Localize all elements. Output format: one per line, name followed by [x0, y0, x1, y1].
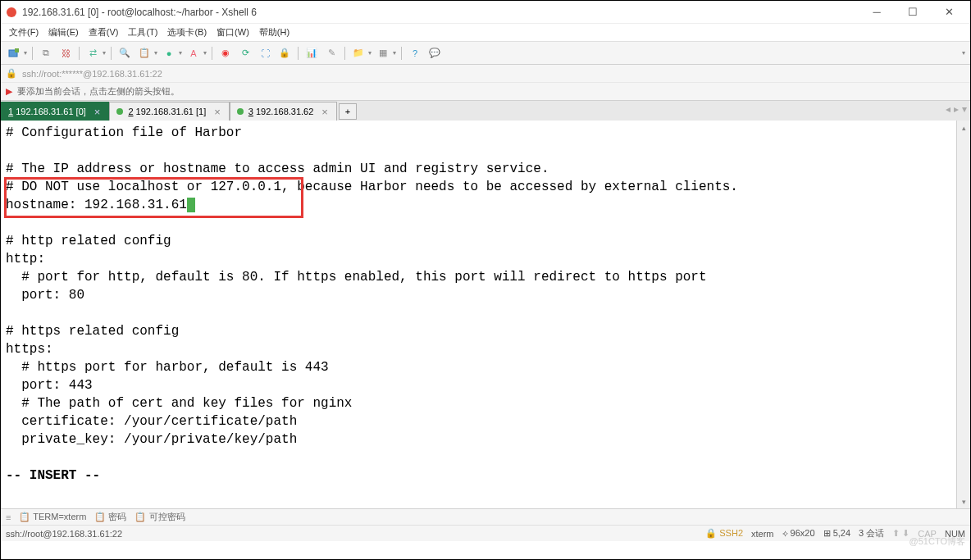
- tab-label: 3 192.168.31.62: [248, 107, 314, 116]
- address-text: ssh://root:******@192.168.31.61:22: [22, 69, 162, 79]
- svg-point-0: [7, 7, 16, 17]
- menu-edit[interactable]: 编辑(E): [45, 25, 82, 40]
- info-bar: ≡ 📋 TERM=xterm 📋 密码 📋 可控密码: [1, 509, 970, 526]
- session-tab-2[interactable]: 2 192.168.31.61 [1] ×: [109, 102, 229, 121]
- hint-text: 要添加当前会话，点击左侧的箭头按钮。: [17, 85, 180, 98]
- folder-icon[interactable]: 📁: [350, 45, 367, 61]
- search-icon[interactable]: 🔍: [116, 45, 133, 61]
- session-count: 3 会话: [859, 527, 884, 540]
- scroll-up-icon[interactable]: ▴: [957, 121, 970, 134]
- dropdown-icon[interactable]: ▾: [203, 49, 207, 57]
- font-icon[interactable]: A: [185, 45, 202, 61]
- terminal-content[interactable]: # Configuration file of Harbor # The IP …: [1, 121, 970, 488]
- line: https:: [6, 342, 53, 357]
- info-pw: 📋 密码: [94, 511, 126, 523]
- minimize-button[interactable]: ─: [860, 3, 893, 21]
- status-left: ssh://root@192.168.31.61:22: [6, 529, 122, 539]
- titlebar: 192.168.31.61 [0] - root@localhost:~/har…: [1, 1, 970, 24]
- lock-icon: 🔒: [6, 68, 17, 79]
- circle-icon[interactable]: ●: [161, 45, 177, 61]
- close-tab-icon[interactable]: ×: [94, 106, 101, 118]
- dropdown-icon[interactable]: ▾: [368, 49, 372, 57]
- menu-help[interactable]: 帮助(H): [256, 25, 293, 40]
- ssh-status: 🔒 SSH2: [705, 528, 743, 539]
- separator: [212, 47, 212, 60]
- scrollbar[interactable]: ▴ ▾: [956, 121, 970, 508]
- nav-icons[interactable]: ⬆ ⬇: [892, 528, 909, 539]
- lock-icon[interactable]: 🔒: [276, 45, 293, 61]
- close-tab-icon[interactable]: ×: [214, 106, 221, 118]
- edit-icon[interactable]: ✎: [323, 45, 340, 61]
- status-dot-icon: [116, 108, 123, 115]
- highlight-box: [4, 177, 303, 218]
- dropdown-icon[interactable]: ▾: [393, 49, 396, 57]
- line: # The IP address or hostname to access a…: [6, 162, 549, 176]
- status-bar: ssh://root@192.168.31.61:22 🔒 SSH2 xterm…: [1, 526, 970, 541]
- line: # http related config: [6, 234, 171, 248]
- separator: [401, 47, 402, 60]
- line: http:: [6, 252, 45, 266]
- menu-file[interactable]: 文件(F): [6, 25, 42, 40]
- toolbar-overflow-icon[interactable]: ▾: [962, 49, 965, 57]
- session-tab-3[interactable]: 3 192.168.31.62 ×: [230, 102, 337, 121]
- separator: [298, 47, 299, 60]
- separator: [111, 47, 112, 60]
- tabbar: 1 192.168.31.61 [0] × 2 192.168.31.61 [1…: [1, 101, 970, 121]
- line: # The path of cert and key files for ngi…: [6, 396, 352, 411]
- info-term: 📋 TERM=xterm: [19, 512, 86, 522]
- menu-tools[interactable]: 工具(T): [125, 25, 161, 40]
- new-session-icon[interactable]: [6, 45, 22, 61]
- menu-options[interactable]: 选项卡(B): [164, 25, 210, 40]
- copy-icon[interactable]: 📋: [136, 45, 153, 61]
- grid-icon[interactable]: ▦: [375, 45, 391, 61]
- transfer-icon[interactable]: ⇄: [84, 45, 101, 61]
- tab-prev-icon[interactable]: ◂: [946, 103, 950, 115]
- tab-next-icon[interactable]: ▸: [954, 103, 959, 115]
- close-button[interactable]: ✕: [932, 3, 965, 21]
- refresh-icon[interactable]: ⟳: [237, 45, 253, 61]
- close-tab-icon[interactable]: ×: [321, 106, 328, 118]
- svg-rect-2: [15, 48, 19, 52]
- terminal[interactable]: # Configuration file of Harbor # The IP …: [1, 121, 970, 509]
- hint-bar: ▶ 要添加当前会话，点击左侧的箭头按钮。: [1, 83, 970, 101]
- app-icon: [6, 7, 17, 18]
- address-bar: 🔒 ssh://root:******@192.168.31.61:22: [1, 65, 970, 83]
- window-title: 192.168.31.61 [0] - root@localhost:~/har…: [22, 7, 860, 18]
- chat-icon[interactable]: 💬: [426, 45, 443, 61]
- tab-list-icon[interactable]: ▾: [962, 103, 967, 115]
- help-icon[interactable]: ?: [407, 45, 423, 61]
- add-tab-button[interactable]: +: [339, 103, 357, 120]
- chart-icon[interactable]: 📊: [303, 45, 320, 61]
- dropdown-icon[interactable]: ▾: [24, 49, 27, 57]
- dropdown-icon[interactable]: ▾: [154, 49, 157, 57]
- link-icon[interactable]: ⛓: [57, 45, 74, 61]
- info-cpw: 📋 可控密码: [134, 511, 185, 523]
- tab-label: 1 192.168.31.61 [0]: [8, 107, 86, 116]
- status-dot-icon: [237, 108, 244, 115]
- line: # port for http, default is 80. If https…: [6, 270, 707, 285]
- session-tab-1[interactable]: 1 192.168.31.61 [0] ×: [1, 102, 109, 121]
- scroll-track[interactable]: [957, 134, 970, 494]
- line: port: 80: [6, 288, 84, 303]
- separator: [79, 47, 80, 60]
- line: certificate: /your/certificate/path: [6, 414, 297, 429]
- sessions-icon[interactable]: ⧉: [38, 45, 54, 61]
- menubar: 文件(F) 编辑(E) 查看(V) 工具(T) 选项卡(B) 窗口(W) 帮助(…: [1, 24, 970, 42]
- swirl-icon[interactable]: ◉: [217, 45, 234, 61]
- maximize-button[interactable]: ☐: [896, 3, 929, 21]
- menu-icon[interactable]: ≡: [6, 512, 11, 522]
- expand-icon[interactable]: ⛶: [257, 45, 273, 61]
- separator: [344, 47, 345, 60]
- line: private_key: /your/private/key/path: [6, 432, 297, 447]
- line: # Configuration file of Harbor: [6, 125, 242, 140]
- tab-label: 2 192.168.31.61 [1]: [128, 107, 206, 116]
- menu-view[interactable]: 查看(V): [85, 25, 122, 40]
- dropdown-icon[interactable]: ▾: [179, 49, 182, 57]
- cursor-pos: ⊞ 5,24: [823, 528, 850, 539]
- dropdown-icon[interactable]: ▾: [103, 49, 106, 57]
- term-type: xterm: [751, 529, 774, 539]
- scroll-down-icon[interactable]: ▾: [957, 494, 970, 508]
- toolbar: ▾ ⧉ ⛓ ⇄▾ 🔍 📋▾ ●▾ A▾ ◉ ⟳ ⛶ 🔒 📊 ✎ 📁▾ ▦▾ ? …: [1, 42, 970, 65]
- menu-window[interactable]: 窗口(W): [213, 25, 253, 40]
- line: # https port for harbor, default is 443: [6, 360, 329, 375]
